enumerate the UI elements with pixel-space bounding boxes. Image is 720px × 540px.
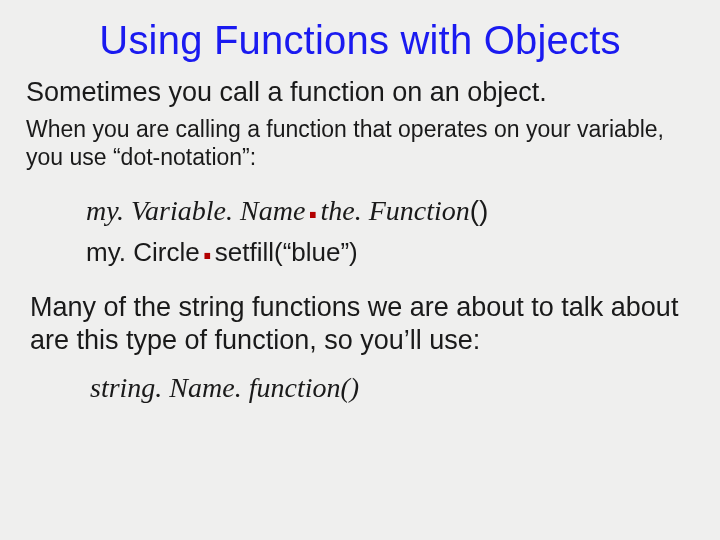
paragraph-lead: Sometimes you call a function on an obje… (26, 77, 694, 109)
paragraph-body: Many of the string functions we are abou… (30, 291, 694, 358)
paragraph-sub: When you are calling a function that ope… (26, 115, 694, 171)
slide-title: Using Functions with Objects (26, 18, 694, 63)
code-text: my. Circle (86, 237, 200, 267)
code-text: () (470, 195, 489, 226)
code-line-template: my. Variable. Name.the. Function() (86, 189, 694, 232)
code-example-block-2: string. Name. function() (90, 372, 694, 404)
dot-separator: . (200, 223, 215, 267)
code-line-example: my. Circle.setfill(“blue”) (86, 232, 694, 272)
code-line-template-2: string. Name. function() (90, 372, 694, 404)
slide: Using Functions with Objects Sometimes y… (0, 0, 720, 540)
code-text: the. Function (320, 195, 469, 226)
code-text: setfill(“blue”) (215, 237, 358, 267)
code-example-block-1: my. Variable. Name.the. Function() my. C… (86, 189, 694, 273)
dot-separator: . (305, 182, 320, 226)
code-text: my. Variable. Name (86, 195, 305, 226)
